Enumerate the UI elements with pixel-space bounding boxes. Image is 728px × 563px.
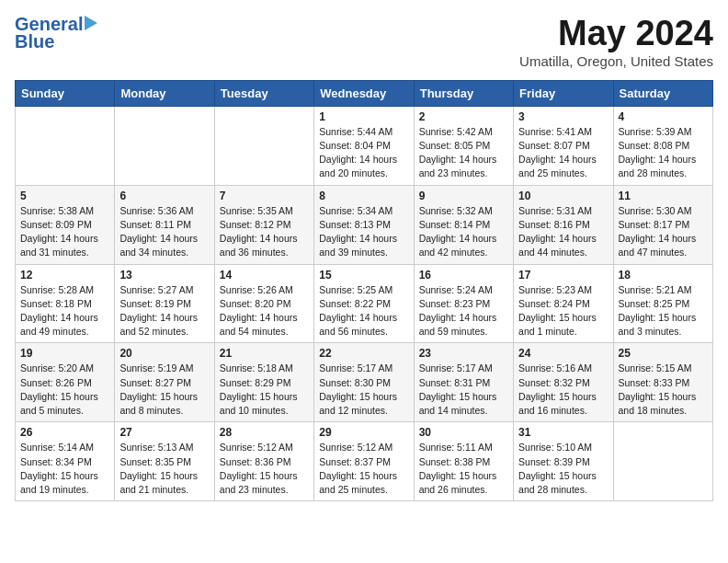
day-number: 1 [319, 110, 408, 123]
weekday-header-thursday: Thursday [414, 80, 513, 106]
day-info: Sunrise: 5:36 AM Sunset: 8:11 PM Dayligh… [119, 204, 209, 260]
day-info: Sunrise: 5:13 AM Sunset: 8:35 PM Dayligh… [119, 441, 209, 497]
logo-general: General [15, 15, 83, 33]
calendar-cell: 9Sunrise: 5:32 AM Sunset: 8:14 PM Daylig… [414, 185, 513, 264]
calendar-cell: 28Sunrise: 5:12 AM Sunset: 8:36 PM Dayli… [214, 422, 313, 501]
calendar-cell: 31Sunrise: 5:10 AM Sunset: 8:39 PM Dayli… [514, 422, 613, 501]
day-info: Sunrise: 5:27 AM Sunset: 8:19 PM Dayligh… [119, 283, 209, 339]
day-number: 25 [619, 347, 708, 360]
day-number: 23 [419, 347, 508, 360]
day-info: Sunrise: 5:41 AM Sunset: 8:07 PM Dayligh… [518, 125, 608, 181]
day-number: 21 [220, 347, 309, 360]
calendar-subtitle: Umatilla, Oregon, United States [519, 53, 713, 69]
calendar-cell: 15Sunrise: 5:25 AM Sunset: 8:22 PM Dayli… [314, 264, 414, 343]
day-number: 17 [518, 269, 608, 282]
day-number: 22 [319, 347, 408, 360]
day-info: Sunrise: 5:18 AM Sunset: 8:29 PM Dayligh… [220, 362, 309, 418]
calendar-cell: 27Sunrise: 5:13 AM Sunset: 8:35 PM Dayli… [115, 422, 214, 501]
calendar-cell: 21Sunrise: 5:18 AM Sunset: 8:29 PM Dayli… [214, 343, 313, 422]
calendar-table: SundayMondayTuesdayWednesdayThursdayFrid… [15, 80, 713, 501]
day-info: Sunrise: 5:28 AM Sunset: 8:18 PM Dayligh… [20, 283, 109, 339]
calendar-cell: 5Sunrise: 5:38 AM Sunset: 8:09 PM Daylig… [16, 185, 115, 264]
calendar-cell: 22Sunrise: 5:17 AM Sunset: 8:30 PM Dayli… [314, 343, 414, 422]
day-number: 2 [419, 110, 508, 123]
calendar-cell: 13Sunrise: 5:27 AM Sunset: 8:19 PM Dayli… [115, 264, 214, 343]
calendar-week-1: 1Sunrise: 5:44 AM Sunset: 8:04 PM Daylig… [16, 106, 713, 185]
day-number: 15 [319, 269, 408, 282]
day-number: 3 [518, 110, 608, 123]
calendar-cell: 23Sunrise: 5:17 AM Sunset: 8:31 PM Dayli… [414, 343, 513, 422]
day-info: Sunrise: 5:14 AM Sunset: 8:34 PM Dayligh… [20, 441, 109, 497]
day-number: 19 [20, 347, 109, 360]
calendar-cell [16, 106, 115, 185]
title-section: May 2024 Umatilla, Oregon, United States [519, 15, 713, 69]
weekday-header-row: SundayMondayTuesdayWednesdayThursdayFrid… [16, 80, 713, 106]
page-header: General Blue May 2024 Umatilla, Oregon, … [15, 15, 713, 69]
weekday-header-friday: Friday [514, 80, 613, 106]
day-number: 8 [319, 190, 408, 202]
calendar-week-3: 12Sunrise: 5:28 AM Sunset: 8:18 PM Dayli… [16, 264, 713, 343]
calendar-cell: 1Sunrise: 5:44 AM Sunset: 8:04 PM Daylig… [314, 106, 414, 185]
calendar-cell [214, 106, 313, 185]
logo-blue: Blue [15, 31, 54, 52]
day-number: 24 [518, 347, 608, 360]
calendar-week-2: 5Sunrise: 5:38 AM Sunset: 8:09 PM Daylig… [16, 185, 713, 264]
calendar-cell: 19Sunrise: 5:20 AM Sunset: 8:26 PM Dayli… [16, 343, 115, 422]
calendar-cell: 3Sunrise: 5:41 AM Sunset: 8:07 PM Daylig… [514, 106, 613, 185]
day-number: 4 [619, 110, 708, 123]
logo-arrow-icon [85, 16, 97, 30]
day-info: Sunrise: 5:11 AM Sunset: 8:38 PM Dayligh… [419, 441, 508, 497]
calendar-cell: 18Sunrise: 5:21 AM Sunset: 8:25 PM Dayli… [613, 264, 712, 343]
calendar-cell: 14Sunrise: 5:26 AM Sunset: 8:20 PM Dayli… [214, 264, 313, 343]
calendar-cell: 30Sunrise: 5:11 AM Sunset: 8:38 PM Dayli… [414, 422, 513, 501]
calendar-cell: 17Sunrise: 5:23 AM Sunset: 8:24 PM Dayli… [514, 264, 613, 343]
calendar-cell: 8Sunrise: 5:34 AM Sunset: 8:13 PM Daylig… [314, 185, 414, 264]
calendar-week-5: 26Sunrise: 5:14 AM Sunset: 8:34 PM Dayli… [16, 422, 713, 501]
day-info: Sunrise: 5:44 AM Sunset: 8:04 PM Dayligh… [319, 125, 408, 181]
calendar-cell: 25Sunrise: 5:15 AM Sunset: 8:33 PM Dayli… [613, 343, 712, 422]
calendar-cell: 7Sunrise: 5:35 AM Sunset: 8:12 PM Daylig… [214, 185, 313, 264]
day-number: 13 [119, 269, 209, 282]
day-number: 31 [518, 426, 608, 439]
calendar-cell [115, 106, 214, 185]
day-number: 16 [419, 269, 508, 282]
day-info: Sunrise: 5:17 AM Sunset: 8:31 PM Dayligh… [419, 362, 508, 418]
day-info: Sunrise: 5:25 AM Sunset: 8:22 PM Dayligh… [319, 283, 408, 339]
day-number: 11 [619, 190, 708, 202]
calendar-cell: 26Sunrise: 5:14 AM Sunset: 8:34 PM Dayli… [16, 422, 115, 501]
calendar-title: May 2024 [519, 15, 713, 53]
day-info: Sunrise: 5:35 AM Sunset: 8:12 PM Dayligh… [220, 204, 309, 260]
day-info: Sunrise: 5:34 AM Sunset: 8:13 PM Dayligh… [319, 204, 408, 260]
day-number: 28 [220, 426, 309, 439]
day-info: Sunrise: 5:31 AM Sunset: 8:16 PM Dayligh… [518, 204, 608, 260]
day-info: Sunrise: 5:30 AM Sunset: 8:17 PM Dayligh… [619, 204, 708, 260]
day-number: 10 [518, 190, 608, 202]
day-info: Sunrise: 5:21 AM Sunset: 8:25 PM Dayligh… [619, 283, 708, 339]
weekday-header-wednesday: Wednesday [314, 80, 414, 106]
weekday-header-tuesday: Tuesday [214, 80, 313, 106]
day-info: Sunrise: 5:23 AM Sunset: 8:24 PM Dayligh… [518, 283, 608, 339]
day-number: 20 [119, 347, 209, 360]
calendar-cell: 29Sunrise: 5:12 AM Sunset: 8:37 PM Dayli… [314, 422, 414, 501]
calendar-cell: 24Sunrise: 5:16 AM Sunset: 8:32 PM Dayli… [514, 343, 613, 422]
day-number: 6 [119, 190, 209, 202]
day-number: 26 [20, 426, 109, 439]
calendar-cell: 12Sunrise: 5:28 AM Sunset: 8:18 PM Dayli… [16, 264, 115, 343]
day-number: 30 [419, 426, 508, 439]
day-info: Sunrise: 5:10 AM Sunset: 8:39 PM Dayligh… [518, 441, 608, 497]
day-info: Sunrise: 5:16 AM Sunset: 8:32 PM Dayligh… [518, 362, 608, 418]
calendar-cell: 6Sunrise: 5:36 AM Sunset: 8:11 PM Daylig… [115, 185, 214, 264]
weekday-header-sunday: Sunday [16, 80, 115, 106]
calendar-body: 1Sunrise: 5:44 AM Sunset: 8:04 PM Daylig… [16, 106, 713, 500]
weekday-header-saturday: Saturday [613, 80, 712, 106]
day-info: Sunrise: 5:42 AM Sunset: 8:05 PM Dayligh… [419, 125, 508, 181]
calendar-cell: 11Sunrise: 5:30 AM Sunset: 8:17 PM Dayli… [613, 185, 712, 264]
calendar-cell: 16Sunrise: 5:24 AM Sunset: 8:23 PM Dayli… [414, 264, 513, 343]
day-number: 29 [319, 426, 408, 439]
day-info: Sunrise: 5:17 AM Sunset: 8:30 PM Dayligh… [319, 362, 408, 418]
day-number: 12 [20, 269, 109, 282]
day-info: Sunrise: 5:19 AM Sunset: 8:27 PM Dayligh… [119, 362, 209, 418]
calendar-cell: 20Sunrise: 5:19 AM Sunset: 8:27 PM Dayli… [115, 343, 214, 422]
calendar-cell [613, 422, 712, 501]
calendar-cell: 10Sunrise: 5:31 AM Sunset: 8:16 PM Dayli… [514, 185, 613, 264]
